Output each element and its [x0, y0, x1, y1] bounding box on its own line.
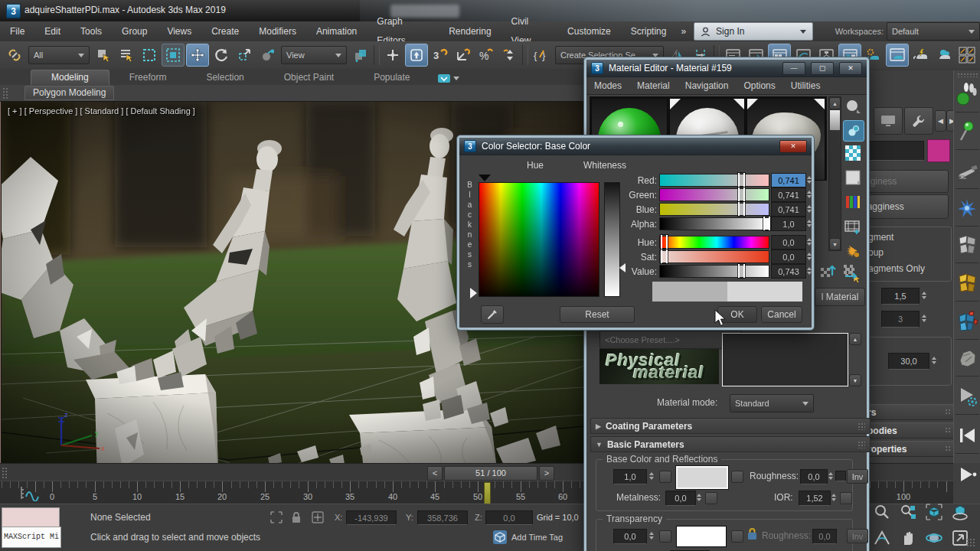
green-spinner[interactable] — [805, 187, 813, 201]
sweep-broom-icon[interactable] — [956, 159, 978, 182]
plugin-button-clipped-1[interactable]: gginess — [867, 170, 949, 193]
plugin-option-fragments-only[interactable]: agments Only — [868, 263, 925, 274]
alpha-slider[interactable] — [659, 217, 769, 230]
select-and-rotate-icon[interactable] — [211, 44, 232, 66]
previous-frame-button[interactable]: < — [427, 466, 443, 481]
transparency-color-swatch[interactable] — [676, 526, 727, 547]
base-weight-map-button[interactable] — [659, 471, 671, 483]
sample-scroll-down-icon[interactable]: ▼ — [829, 238, 841, 250]
material-mode-dropdown[interactable]: Standard — [730, 394, 814, 412]
shatter-gray-icon[interactable] — [956, 233, 978, 256]
preview-scrollbar[interactable]: ▲ ▼ — [849, 333, 861, 385]
value-value-field[interactable]: 0,743 — [771, 264, 806, 279]
menu-animation[interactable]: Animation — [306, 22, 367, 41]
select-and-manipulate-icon[interactable] — [382, 44, 403, 66]
plugin-spinner-2-arrows[interactable] — [920, 311, 928, 326]
plugin-name-field[interactable] — [867, 141, 924, 161]
menu-customize[interactable]: Customize — [557, 22, 621, 41]
sample-scroll-up-icon[interactable]: ▲ — [829, 97, 841, 109]
current-frame-indicator[interactable]: 51 / 100 — [444, 466, 537, 481]
maxscript-listener-input[interactable]: MAXScript Mi — [2, 527, 61, 548]
go-forward-sibling-icon[interactable] — [842, 260, 861, 279]
rock-debris-icon[interactable] — [956, 347, 978, 370]
plugin-rollout-2[interactable]: bodies — [867, 422, 954, 439]
demolition-bowling-icon[interactable] — [956, 83, 978, 106]
material-editor-titlebar[interactable]: 3 Material Editor - Material #159 — ▢ ✕ — [586, 60, 867, 77]
select-object-icon[interactable] — [93, 44, 114, 66]
color-selector-titlebar[interactable]: 3 Color Selector: Base Color ✕ — [459, 138, 812, 155]
menu-rendering[interactable]: Rendering — [439, 22, 501, 41]
roughness-field[interactable]: 0,0 — [800, 469, 828, 484]
roughness-inv-checkbox[interactable] — [835, 471, 846, 481]
options-icon[interactable] — [844, 243, 861, 259]
ior-spinner[interactable] — [829, 491, 838, 504]
red-spinner[interactable] — [805, 173, 813, 186]
x-coordinate-field[interactable]: -143,939 — [346, 510, 397, 525]
base-color-map-button[interactable] — [731, 471, 743, 483]
y-coordinate-field[interactable]: 358,736 — [417, 510, 468, 525]
menu-tools[interactable]: Tools — [70, 22, 112, 41]
blue-value-field[interactable]: 0,741 — [771, 202, 806, 217]
transparency-inv-button[interactable]: Inv — [847, 529, 868, 543]
coating-parameters-rollout[interactable]: ▶ Coating Parameters — [590, 418, 871, 434]
zoom-extents-icon[interactable] — [925, 503, 943, 521]
preview-scroll-down-icon[interactable]: ▼ — [849, 374, 861, 386]
hue-spinner[interactable] — [805, 235, 813, 248]
sat-slider[interactable] — [659, 250, 769, 263]
statusbar-resize-grip[interactable] — [966, 538, 975, 547]
plugin-spinner-1[interactable]: 1,5 — [881, 288, 920, 305]
dock-drag-handle[interactable] — [957, 73, 978, 77]
material-editor-close-button[interactable]: ✕ — [839, 62, 862, 75]
red-value-field[interactable]: 0,741 — [771, 173, 806, 187]
menu-views[interactable]: Views — [157, 22, 201, 41]
splash-impact-icon[interactable] — [956, 197, 978, 220]
ribbon-display-dropdown[interactable] — [438, 74, 459, 83]
workspaces-dropdown[interactable]: Default — [887, 22, 980, 41]
sample-scrollbar[interactable]: ▲ ▼ — [828, 96, 841, 251]
shatter-gold-icon[interactable] — [956, 272, 978, 295]
background-checker-icon[interactable] — [844, 145, 861, 161]
maxscript-listener-pink[interactable] — [2, 507, 60, 528]
menu-group[interactable]: Group — [112, 22, 157, 41]
ribbon-tab-populate[interactable]: Populate — [354, 70, 430, 85]
absolute-mode-transform-icon[interactable] — [311, 510, 325, 524]
reset-button[interactable]: Reset — [560, 306, 635, 323]
sample-slots-layout-icon[interactable] — [843, 120, 864, 142]
menu-modifiers[interactable]: Modifiers — [249, 22, 306, 41]
plugin-display-icon[interactable] — [874, 107, 903, 135]
transparency-spinner[interactable] — [647, 529, 655, 543]
select-and-scale-icon[interactable] — [234, 44, 255, 66]
angle-snap-toggle-icon[interactable] — [452, 44, 474, 66]
basic-parameters-rollout[interactable]: ▼ Basic Parameters — [590, 436, 871, 452]
z-coordinate-field[interactable]: 0,0 — [485, 510, 533, 525]
rectangular-selection-region-icon[interactable] — [139, 44, 160, 66]
sample-scroll-thumb[interactable] — [830, 110, 840, 130]
select-by-name-icon[interactable] — [116, 44, 137, 66]
next-frame-button[interactable]: > — [539, 466, 554, 481]
red-slider[interactable] — [659, 174, 769, 187]
pushpin-tool-icon[interactable] — [956, 120, 978, 143]
window-titlebar[interactable]: 3 adquireShatterPDi.max - Autodesk 3ds M… — [0, 0, 980, 21]
render-iterative-icon[interactable] — [933, 44, 955, 66]
select-and-link-icon[interactable] — [4, 44, 25, 66]
value-spinner[interactable] — [805, 264, 813, 277]
material-editor-minimize-button[interactable]: — — [782, 62, 805, 75]
transparency-weight-map-button[interactable] — [659, 530, 671, 543]
window-crossing-toggle-icon[interactable] — [162, 44, 185, 67]
hue-blackness-picker[interactable] — [479, 182, 599, 297]
trackbar-drag-handle[interactable] — [2, 467, 7, 478]
viewport-label[interactable]: [ + ] [ Perspective ] [ Standard ] [ Def… — [8, 106, 195, 116]
polygon-modeling-panel-tab[interactable]: Polygon Modeling — [24, 86, 114, 100]
blue-slider[interactable] — [659, 203, 769, 216]
plugin-rollout-1[interactable]: rs — [867, 404, 954, 420]
plugin-button-clipped-2[interactable]: lagginess — [867, 194, 949, 219]
generate-preview-icon[interactable] — [844, 218, 861, 235]
ribbon-tab-modeling[interactable]: Modeling — [31, 70, 109, 85]
value-slider[interactable] — [659, 265, 769, 278]
ribbon-tab-freeform[interactable]: Freeform — [109, 70, 187, 85]
snaps-toggle-3d-icon[interactable]: 3 — [430, 44, 451, 66]
rendered-frame-window-icon[interactable] — [886, 44, 909, 67]
plugin-option-fragment[interactable]: gment — [868, 232, 893, 243]
plugin-spinner-3[interactable]: 30,0 — [888, 353, 929, 370]
isolate-selection-icon[interactable] — [270, 510, 283, 524]
